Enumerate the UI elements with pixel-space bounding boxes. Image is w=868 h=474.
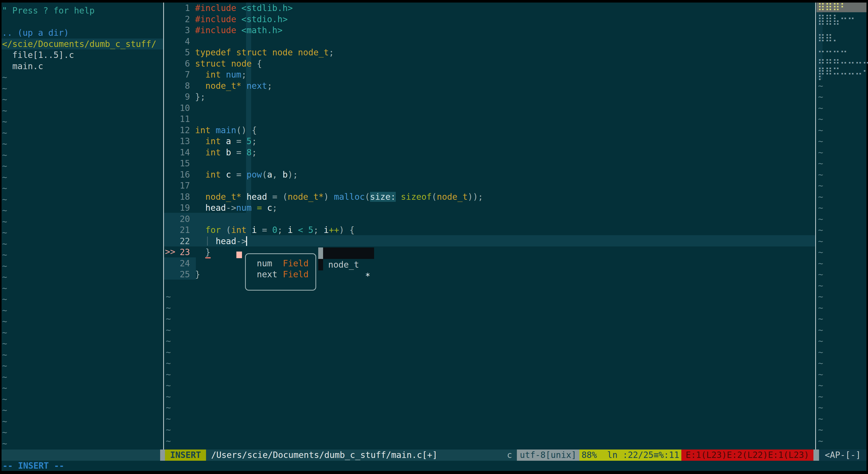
code-token: int [205,170,221,180]
cmdline-mode-message: -- INSERT -- [3,460,64,471]
minimap-tilde: ~ [818,158,823,169]
line-number: 12 [164,125,190,136]
line-number: 17 [164,180,190,191]
code-token: ( [432,192,437,202]
code-token [221,225,226,235]
line-number: 20 [164,213,190,225]
sidebar-item[interactable]: </scie/Documents/dumb_c_stuff/ [2,38,164,50]
minimap-tilde: ~ [818,91,823,102]
text-cursor [246,236,247,246]
code-token: int [205,136,221,146]
completion-item-label: next [257,269,277,280]
sidebar-tilde: ~ [2,127,7,139]
minimap-tilde: ~ [818,413,823,424]
code-token: head [195,236,236,246]
code-line[interactable]: head->num = c; [195,202,277,213]
code-token [195,136,205,146]
line-number: 8 [164,80,190,92]
sidebar-tilde: ~ [2,94,7,105]
code-token [242,81,247,91]
window-separator-right[interactable] [815,3,816,449]
sidebar-tilde: ~ [2,349,7,360]
sidebar-item[interactable]: main.c [2,61,164,72]
minimap-tilde: ~ [818,147,823,158]
sidebar-tilde: ~ [2,427,7,438]
sidebar-item[interactable]: " Press ? for help [2,5,164,16]
code-line[interactable]: int c = pow(a, b); [195,169,298,180]
code-token: next [247,81,267,91]
code-token: < 5 [298,225,313,235]
code-token: for [205,225,221,235]
minimap-tilde: ~ [818,335,823,347]
sidebar-tilde: ~ [2,160,7,172]
code-token: int [231,225,247,235]
code-token: #include [195,14,236,24]
code-line[interactable]: for (int i = 0; i < 5; i++) { [195,225,354,236]
minimap-tilde: ~ [818,280,823,291]
code-line[interactable]: int num; [195,69,247,80]
statusline-filepath: /Users/scie/Documents/dumb_c_stuff/main.… [211,449,437,461]
code-token: main [216,125,237,135]
sidebar-tilde: ~ [2,116,7,127]
code-line[interactable]: node_t* next; [195,80,272,92]
line-number: 22 [164,236,190,247]
code-line[interactable]: #include <math.h> [195,25,282,36]
minimap-tilde: ~ [818,291,823,302]
code-token: )); [468,192,483,202]
line-number: 19 [164,202,190,213]
sidebar-tilde: ~ [2,271,7,283]
minimap-tilde: ~ [818,380,823,391]
completion-item[interactable]: numField [245,258,316,269]
code-token: node_t* [288,192,323,202]
code-token: ; [272,203,277,213]
code-token: #include [195,3,236,13]
code-line[interactable]: } [195,247,211,258]
sidebar-tilde: ~ [2,194,7,205]
code-line[interactable]: #include <stdio.h> [195,14,288,25]
code-line[interactable]: typedef struct node node_t; [195,47,334,58]
code-token: node_t* [205,81,241,91]
code-token: ; [267,81,272,91]
minimap-tilde: ~ [818,202,823,213]
code-line[interactable]: } [195,269,200,280]
code-token: ; [277,225,282,235]
indent-guide-icon [207,236,208,246]
statusline-filetype: c [507,449,512,461]
code-line[interactable]: struct node { [195,58,262,69]
code-token: 5 [247,136,252,146]
code-line[interactable]: int main() { [195,125,257,136]
buffer-tilde: ~ [166,436,171,447]
code-token: ) [323,192,329,202]
sidebar-tilde: ~ [2,283,7,294]
completion-item[interactable]: nextField [245,269,316,280]
sidebar-item[interactable]: .. (up a dir) [2,27,164,38]
code-line[interactable]: node_t* head = (node_t*) malloc(size: si… [195,191,483,203]
code-token [195,170,205,180]
code-token: ; [252,136,257,146]
statusline-position-segment: 88% ln :22/25≡%:11 [579,449,681,461]
line-number: 4 [164,36,190,47]
sidebar-tilde: ~ [2,205,7,216]
buffer-tilde: ~ [166,369,171,380]
code-line[interactable]: }; [195,91,205,102]
code-token: = [236,170,241,180]
code-token [396,192,401,202]
line-number: 25 [164,269,190,280]
minimap-tilde: ~ [818,436,823,447]
code-token: { [252,125,257,135]
completion-item-kind: Field [283,269,309,280]
minimap-dots-row: ⠒⠒⠒⠒ [817,47,847,58]
sidebar-tilde: ~ [2,360,7,372]
code-line[interactable]: head-> [195,236,247,247]
completion-scrollbar-thumb[interactable] [318,247,323,259]
code-token: #include [195,25,236,35]
line-number: 7 [164,69,190,80]
minimap-tilde: ~ [818,125,823,136]
code-token [242,170,247,180]
buffer-tilde: ~ [166,391,171,402]
sidebar-item[interactable]: file[1..5].c [2,50,164,61]
code-line[interactable]: #include <stdlib.h> [195,3,293,14]
code-line[interactable]: int b = 8; [195,147,257,158]
code-line[interactable]: int a = 5; [195,136,257,147]
minimap-tilde: ~ [818,269,823,280]
